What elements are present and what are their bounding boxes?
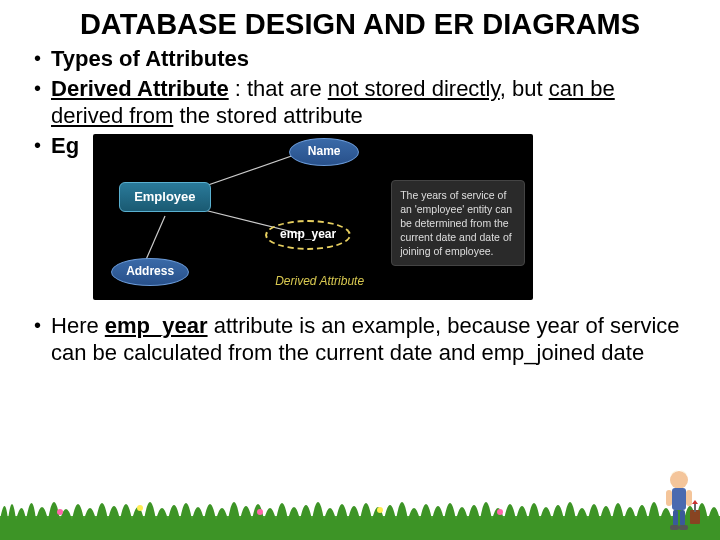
bullet-explanation: • Here emp_year attribute is an example,… [34, 312, 686, 367]
attribute-name: Name [289, 138, 359, 166]
mascot-icon [656, 468, 702, 534]
svg-rect-12 [686, 490, 692, 506]
svg-rect-15 [670, 525, 679, 530]
term-empyear: emp_year [105, 313, 208, 338]
svg-point-5 [137, 505, 143, 511]
svg-rect-17 [690, 510, 700, 524]
example-label: Eg [51, 132, 79, 160]
text: the stored attribute [173, 103, 363, 128]
svg-rect-18 [694, 504, 696, 512]
svg-rect-13 [673, 510, 678, 526]
grass-decoration [0, 482, 720, 540]
svg-rect-16 [679, 525, 688, 530]
text: , but [500, 76, 549, 101]
text-underline: not stored directly [328, 76, 500, 101]
bullet-dot: • [34, 75, 41, 101]
svg-point-4 [57, 509, 63, 515]
slide-title: DATABASE DESIGN AND ER DIAGRAMS [0, 0, 720, 45]
bullet-types: • Types of Attributes [34, 45, 686, 73]
svg-rect-10 [672, 488, 686, 510]
svg-point-6 [257, 509, 263, 515]
text: : that are [229, 76, 328, 101]
term-derived-attribute: Derived Attribute [51, 76, 229, 101]
entity-employee: Employee [119, 182, 210, 212]
svg-point-8 [497, 509, 503, 515]
svg-rect-11 [666, 490, 672, 506]
er-diagram: Employee Name Address emp_year Derived A… [93, 134, 533, 300]
svg-point-9 [670, 471, 688, 489]
svg-point-7 [377, 507, 383, 513]
bullet-text: Here emp_year attribute is an example, b… [51, 312, 686, 367]
slide-content: • Types of Attributes • Derived Attribut… [0, 45, 720, 367]
bullet-dot: • [34, 45, 41, 71]
bullet-text: Derived Attribute : that are not stored … [51, 75, 686, 130]
bullet-text: Types of Attributes [51, 45, 249, 73]
diagram-caption: Derived Attribute [275, 274, 364, 289]
svg-line-2 [145, 216, 165, 262]
diagram-sidebox: The years of service of an 'employee' en… [391, 180, 525, 267]
bullet-dot: • [34, 132, 41, 158]
derived-attribute-empyear: emp_year [265, 220, 351, 250]
bullet-example: • Eg Employee Name Address emp_year Deri… [34, 132, 686, 300]
bullet-dot: • [34, 312, 41, 338]
attribute-address: Address [111, 258, 189, 286]
svg-rect-14 [680, 510, 685, 526]
text: Here [51, 313, 105, 338]
bullet-derived: • Derived Attribute : that are not store… [34, 75, 686, 130]
